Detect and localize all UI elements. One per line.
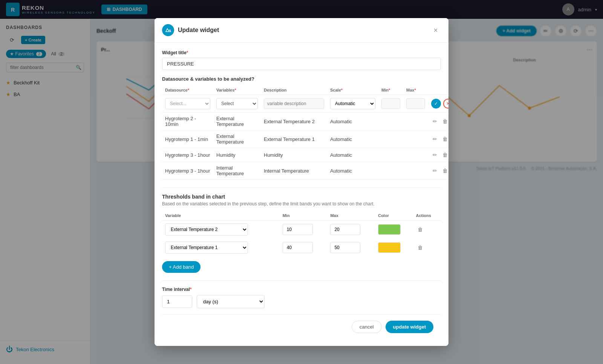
confirm-row-button[interactable]: ✓ [431,99,441,109]
thresh-min-input-1[interactable] [283,224,313,235]
datasource-section-label: Datasource & variables to be analyzed? [162,76,441,82]
color-swatch-2[interactable] [378,242,401,253]
threshold-row: External Temperature 2 External Temperat… [162,220,441,239]
delete-threshold-button-2[interactable]: 🗑 [416,244,424,251]
color-swatch-1[interactable] [378,224,401,235]
time-interval-input[interactable] [162,295,192,308]
modal-footer: cancel update widget [162,314,441,339]
row-description: Internal Temperature [261,162,327,180]
row-description: External Temperature 1 [261,130,327,148]
cancel-button[interactable]: cancel [352,321,382,333]
modal-icon [162,24,174,36]
col-description: Description [261,86,327,95]
col-actions [428,86,448,95]
row-scale: Automatic [327,162,378,180]
row-description: External Temperature 2 [261,113,327,130]
row-max [403,162,428,180]
col-scale: Scale* [327,86,378,95]
delete-row-button[interactable]: 🗑 [441,118,448,125]
row-min [378,113,403,130]
thresh-col-max: Max [327,211,375,220]
widget-title-label: Widget title* [162,50,441,55]
modal-overlay: Update widget × Widget title* Datasource… [0,0,603,364]
delete-row-button[interactable]: 🗑 [441,135,448,143]
datasource-table: Datasource* Variables* Description Scale… [162,86,448,180]
scale-select[interactable]: Automatic [330,98,375,109]
table-row: Hygrotemp 1 - 1min External Temperature … [162,130,448,148]
thresh-col-color: Color [375,211,413,220]
thresh-max-input-1[interactable] [330,224,360,235]
row-min [378,130,403,148]
row-variables: External Temperature [213,130,261,148]
row-min [378,148,403,162]
row-min [378,162,403,180]
delete-row-button[interactable]: 🗑 [441,167,448,174]
edit-row-button[interactable]: ✏ [431,118,439,125]
col-max: Max* [403,86,428,95]
datasource-select[interactable]: Select... [165,98,210,109]
thresh-min-input-2[interactable] [283,242,313,253]
time-interval-label: Time interval* [162,287,441,292]
cancel-row-button[interactable]: ✕ [443,99,448,109]
modal-close-button[interactable]: × [430,25,441,35]
edit-row-button[interactable]: ✏ [431,167,439,174]
col-min: Min* [378,86,403,95]
col-datasource: Datasource* [162,86,213,95]
thresh-variable-select-1[interactable]: External Temperature 2 External Temperat… [165,223,248,236]
add-band-button[interactable]: + Add band [162,261,200,273]
row-scale: Automatic [327,148,378,162]
new-datasource-row: Select... Select [162,95,448,113]
modal-header: Update widget × [155,18,448,43]
table-row: Hygrotemp 3 - 1hour Internal Temperature… [162,162,448,180]
row-scale: Automatic [327,113,378,130]
edit-row-button[interactable]: ✏ [431,151,439,159]
table-row: Hygrotemp 3 - 1hour Humidity Humidity Au… [162,148,448,162]
thresholds-desc: Based on the variables selected in the p… [162,201,441,206]
row-datasource: Hygrotemp 3 - 1hour [162,162,213,180]
modal-title: Update widget [178,27,219,34]
row-variables: Internal Temperature [213,162,261,180]
min-input-new[interactable] [381,98,400,109]
row-description: Humidity [261,148,327,162]
max-input-new[interactable] [406,98,425,109]
modal-body: Widget title* Datasource & variables to … [155,43,448,346]
row-datasource: Hygrotemp 3 - 1hour [162,148,213,162]
thresholds-section: Thresholds band in chart Based on the va… [162,187,441,273]
threshold-row: External Temperature 2 External Temperat… [162,239,441,257]
col-variables: Variables* [213,86,261,95]
thresholds-title: Thresholds band in chart [162,194,441,200]
time-interval-section: Time interval* day (s) hour (s) minute (… [162,280,441,308]
row-scale: Automatic [327,130,378,148]
row-max [403,113,428,130]
variable-select[interactable]: Select [216,98,258,109]
delete-threshold-button-1[interactable]: 🗑 [416,226,424,233]
thresh-variable-select-2[interactable]: External Temperature 2 External Temperat… [165,242,248,254]
row-datasource: Hygrotemp 2 - 10min [162,113,213,130]
row-datasource: Hygrotemp 1 - 1min [162,130,213,148]
time-unit-select[interactable]: day (s) hour (s) minute (s) [197,295,265,308]
update-widget-modal: Update widget × Widget title* Datasource… [155,18,448,346]
thresh-col-variable: Variable [162,211,280,220]
thresholds-table: Variable Min Max Color Actions External … [162,211,441,257]
row-max [403,130,428,148]
edit-row-button[interactable]: ✏ [431,135,439,143]
row-max [403,148,428,162]
widget-title-input[interactable] [162,58,441,70]
thresh-max-input-2[interactable] [330,242,360,253]
thresh-col-actions: Actions [413,211,441,220]
row-variables: External Temperature [213,113,261,130]
description-input[interactable] [264,98,324,109]
row-variables: Humidity [213,148,261,162]
update-widget-button[interactable]: update widget [386,321,433,333]
table-row: Hygrotemp 2 - 10min External Temperature… [162,113,448,130]
delete-row-button[interactable]: 🗑 [441,151,448,159]
thresh-col-min: Min [280,211,328,220]
